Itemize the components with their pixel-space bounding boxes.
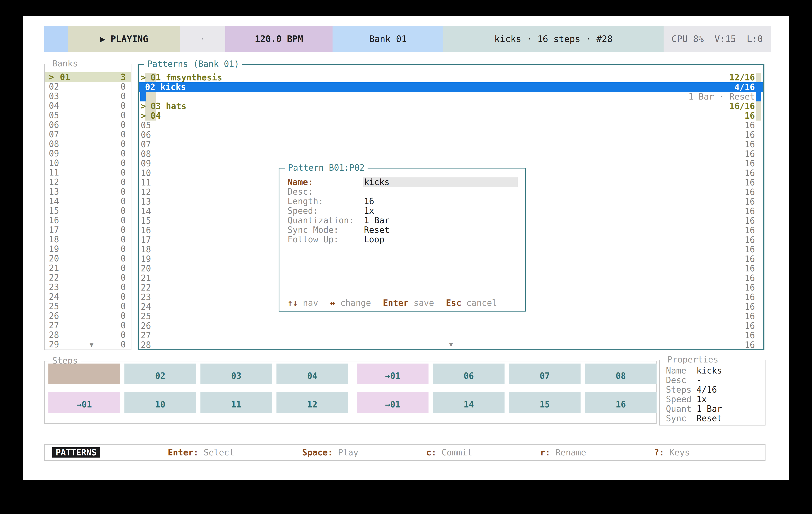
pattern-row[interactable]: 02 kicks4/16 (139, 82, 763, 92)
bank-row[interactable]: 190 (45, 244, 131, 254)
modal-field-row[interactable]: Speed:1x (280, 206, 525, 216)
bank-row[interactable]: 050 (45, 111, 131, 120)
pattern-row[interactable]: 0616 (139, 130, 763, 140)
pattern-row[interactable]: 0716 (139, 140, 763, 149)
bank-row[interactable]: >013 (45, 72, 131, 82)
patterns-scrollbar-thumb[interactable] (756, 92, 761, 101)
step-cell-06[interactable]: 06 (433, 364, 504, 384)
step-cell-13[interactable]: →01 (357, 392, 429, 413)
bank-row[interactable]: 180 (45, 235, 131, 244)
step-cell-16[interactable]: 16 (585, 392, 657, 413)
key-action: Rename (550, 448, 586, 457)
modal-field-row[interactable]: Quantization:1 Bar (280, 216, 525, 225)
pattern-step-count: 16 (745, 197, 755, 207)
modal-field-row[interactable]: Desc: (280, 187, 525, 196)
pattern-step-count: 16 (745, 245, 755, 254)
bank-row[interactable]: 120 (45, 177, 131, 187)
bank-row[interactable]: 220 (45, 273, 131, 282)
bank-pattern-count: 0 (121, 206, 126, 216)
modal-field-label: Name: (288, 177, 313, 187)
modal-field-row[interactable]: Sync Mode:Reset (280, 225, 525, 235)
modal-field-label: Quantization: (288, 216, 354, 225)
bank-row[interactable]: 160 (45, 216, 131, 225)
bank-row[interactable]: 270 (45, 321, 131, 330)
bank-row[interactable]: 110 (45, 168, 131, 177)
pattern-row[interactable]: 2616 (139, 321, 763, 331)
bank-row[interactable]: 090 (45, 149, 131, 158)
step-cell-07[interactable]: 07 (509, 364, 581, 384)
status-key-hints: Enter: SelectSpace: Playc: Commitr: Rena… (100, 448, 758, 457)
status-key-hint: ?: Keys (654, 448, 690, 457)
bank-row[interactable]: 230 (45, 282, 131, 292)
bank-pattern-count: 0 (121, 282, 126, 292)
bank-row[interactable]: 020 (45, 82, 131, 91)
patterns-scrollbar-thumb[interactable] (756, 73, 761, 82)
step-cell-12[interactable]: 12 (277, 392, 348, 413)
modal-field-row[interactable]: Name:kicks (280, 177, 525, 187)
key-name: ↑↓ (288, 298, 298, 308)
pattern-row[interactable]: 0516 (139, 121, 763, 130)
bank-pattern-count: 0 (121, 187, 126, 196)
pattern-number: 17 (141, 235, 151, 245)
patterns-scrollbar-thumb[interactable] (756, 101, 761, 111)
pattern-row-detail[interactable]: 1 Bar · Reset (139, 92, 763, 101)
step-cell-02[interactable]: 02 (124, 364, 196, 384)
bank-row[interactable]: 030 (45, 91, 131, 101)
bank-row[interactable]: 100 (45, 158, 131, 168)
bank-row[interactable]: 170 (45, 225, 131, 235)
property-row: Desc- (666, 375, 763, 385)
bank-pattern-count: 0 (121, 254, 126, 263)
pattern-row[interactable]: 2516 (139, 311, 763, 321)
step-cell-10[interactable]: 10 (124, 392, 196, 413)
step-cell-14[interactable]: 14 (433, 392, 504, 413)
step-cell-04[interactable]: 04 (277, 364, 348, 384)
transport-label: ▶ PLAYING (100, 34, 148, 44)
bank-row[interactable]: 240 (45, 292, 131, 302)
bank-row[interactable]: 200 (45, 254, 131, 263)
patterns-scrollbar-thumb[interactable] (756, 111, 761, 121)
step-cell-08[interactable]: 08 (585, 364, 657, 384)
pattern-step-count: 16 (745, 140, 755, 149)
bank-row[interactable]: 260 (45, 311, 131, 321)
property-row: SyncReset (666, 414, 763, 423)
bank-row[interactable]: 290 (45, 340, 131, 349)
bank-row[interactable]: 150 (45, 206, 131, 216)
bank-row[interactable]: 130 (45, 187, 131, 196)
bpm-display: 120.0 BPM (225, 26, 332, 52)
bank-row[interactable]: 140 (45, 196, 131, 206)
bank-row[interactable]: 080 (45, 139, 131, 149)
modal-field-row[interactable]: Length:16 (280, 196, 525, 206)
key-name: r: (540, 448, 550, 457)
pattern-row[interactable]: 2716 (139, 331, 763, 340)
bank-row[interactable]: 060 (45, 120, 131, 130)
pattern-step-count: 16 (745, 283, 755, 293)
pattern-step-count: 16 (745, 187, 755, 197)
bank-pattern-count: 0 (121, 216, 126, 225)
step-cell-11[interactable]: 11 (200, 392, 272, 413)
bank-row[interactable]: 070 (45, 130, 131, 139)
bank-number: 02 (49, 82, 59, 91)
property-row: Steps4/16 (666, 385, 763, 395)
bank-pattern-count: 0 (121, 311, 126, 321)
pattern-number: 21 (141, 273, 151, 283)
bank-row[interactable]: 210 (45, 263, 131, 273)
bank-pattern-count: 0 (121, 111, 126, 120)
properties-panel: Properties NamekicksDesc-Steps4/16Speed1… (659, 360, 765, 425)
bank-row[interactable]: 250 (45, 302, 131, 311)
bank-row[interactable]: 040 (45, 101, 131, 111)
step-cell-09[interactable]: →01 (49, 392, 120, 413)
step-cell-01[interactable] (49, 364, 120, 384)
pattern-step-count: 16 (745, 264, 755, 273)
bank-row[interactable]: 280 (45, 330, 131, 340)
pattern-row[interactable]: 0916 (139, 159, 763, 168)
pattern-row[interactable]: >03 hats16/16 (139, 101, 763, 111)
pattern-row[interactable]: 0816 (139, 149, 763, 159)
status-key-hint: r: Rename (540, 448, 586, 457)
step-cell-03[interactable]: 03 (200, 364, 272, 384)
bank-number: 24 (49, 292, 59, 302)
pattern-row[interactable]: >01 fmsynthesis12/16 (139, 73, 763, 82)
step-cell-05[interactable]: →01 (357, 364, 429, 384)
step-cell-15[interactable]: 15 (509, 392, 581, 413)
modal-field-row[interactable]: Follow Up:Loop (280, 235, 525, 244)
pattern-row[interactable]: >0416 (139, 111, 763, 121)
